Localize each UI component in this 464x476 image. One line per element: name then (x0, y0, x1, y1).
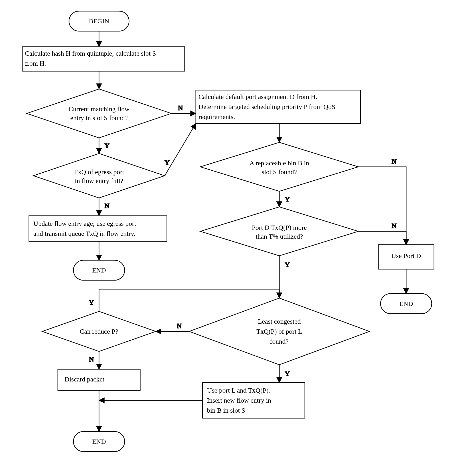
label-txqfull-n: N (105, 202, 109, 209)
node-reduce: Can reduce P? (42, 311, 156, 352)
calc-default-line1: Calculate default port assignment D from… (199, 93, 317, 100)
label-txqfull-y: Y (165, 159, 170, 166)
node-use-portl: Use port L and TxQ(P). Insert new flow e… (203, 383, 305, 418)
node-bin: A replaceable bin B in slot S found? (200, 142, 358, 191)
hash-line2: from H. (25, 60, 46, 67)
node-begin: BEGIN (69, 11, 129, 31)
label-bin-y: Y (285, 195, 290, 203)
node-end3: END (73, 431, 125, 452)
least-line3: found? (270, 338, 288, 345)
use-portd-label: Use Port D (391, 252, 421, 259)
end1-label: END (92, 267, 106, 274)
edge-txqfull-calcdefault (165, 124, 196, 176)
edge-portdutil-useportd (358, 231, 406, 245)
node-use-portd: Use Port D (378, 245, 434, 269)
update-line2: and transmit queue TxQ in flow entry. (33, 230, 135, 237)
discard-label: Discard packet (65, 375, 105, 383)
label-reduce-y: Y (89, 299, 94, 306)
portd-util-line2: than T% utilized? (256, 233, 303, 240)
txq-full-line1: TxQ of egress port (74, 168, 124, 175)
calc-default-line3: requirements. (199, 113, 235, 120)
node-least: Least congested TxQ(P) of port L found? (189, 298, 369, 365)
svg-marker-3 (33, 153, 165, 198)
end2-label: END (399, 300, 413, 307)
node-end1: END (73, 260, 125, 280)
label-reduce-n: N (89, 355, 94, 363)
svg-marker-8 (200, 207, 358, 256)
node-hash: Calculate hash H from quintuple; calcula… (22, 47, 185, 71)
node-txq-full: TxQ of egress port in flow entry full? (33, 153, 165, 198)
label-portdutil-y: Y (285, 261, 290, 268)
end3-label: END (92, 438, 106, 445)
begin-label: BEGIN (89, 17, 109, 25)
use-portl-line1: Use port L and TxQ(P). (207, 387, 270, 394)
portd-util-line1: Port D TxQ(P) more (252, 224, 307, 231)
node-end2: END (381, 294, 432, 314)
label-least-y: Y (285, 370, 290, 377)
least-line2: TxQ(P) of port L (256, 328, 302, 335)
label-match-y: Y (105, 142, 109, 149)
bin-line2: slot S found? (262, 168, 297, 175)
svg-marker-2 (27, 89, 171, 138)
match-line1: Current matching flow (68, 105, 129, 113)
least-line1: Least congested (258, 318, 301, 325)
svg-marker-7 (200, 142, 358, 191)
edges: Y N N Y Y N N Y N Y (89, 31, 406, 431)
calc-default-line2: Determine targeted scheduling priority P… (199, 103, 335, 110)
node-discard: Discard packet (58, 369, 140, 390)
match-line2: entry in slot S found? (70, 114, 128, 122)
use-portl-line3: bin B in slot S. (207, 407, 247, 414)
node-portd-util: Port D TxQ(P) more than T% utilized? (200, 207, 358, 256)
label-bin-n: N (392, 157, 396, 165)
label-match-n: N (178, 104, 183, 111)
node-match: Current matching flow entry in slot S fo… (27, 89, 171, 138)
update-line1: Update flow entry age; use egress port (33, 220, 136, 227)
label-least-n: N (177, 322, 182, 329)
node-calc-default: Calculate default port assignment D from… (196, 90, 360, 124)
bin-line1: A replaceable bin B in (250, 159, 309, 167)
reduce-label: Can reduce P? (80, 328, 118, 335)
edge-bin-useportd (358, 167, 406, 245)
node-update: Update flow entry age; use egress port a… (29, 216, 167, 241)
flowchart: BEGIN Calculate hash H from quintuple; c… (0, 0, 464, 476)
use-portl-line2: Insert new flow entry in (207, 397, 271, 404)
txq-full-line2: in flow entry full? (75, 177, 123, 184)
hash-line1: Calculate hash H from quintuple; calcula… (25, 50, 156, 57)
label-portdutil-n: N (392, 222, 396, 229)
